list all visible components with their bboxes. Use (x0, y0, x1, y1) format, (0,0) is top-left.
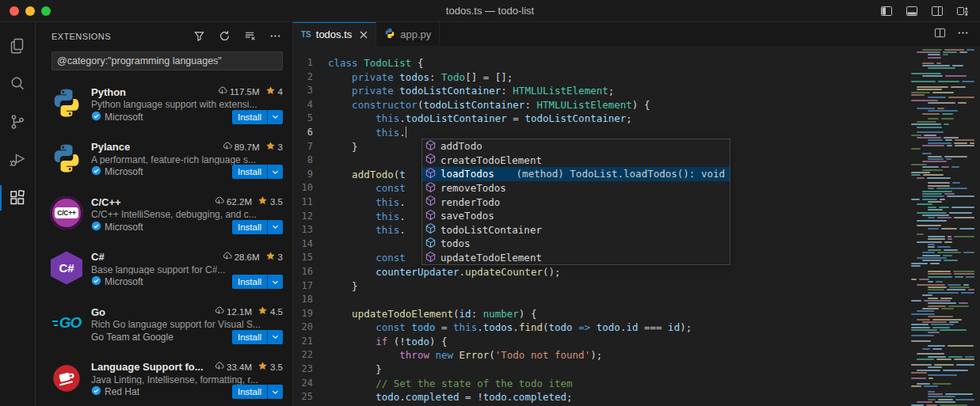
editor-more-actions-icon[interactable] (957, 27, 969, 42)
extension-name: Pylance (91, 141, 130, 153)
refresh-icon[interactable] (216, 28, 232, 44)
tab-bar: TS todos.ts app.py (293, 22, 980, 46)
filter-icon[interactable] (191, 28, 207, 44)
go-logo-icon: GO (50, 306, 83, 340)
suggest-item[interactable]: todoListContainer (422, 223, 730, 237)
suggest-item[interactable]: renderTodo (422, 195, 730, 209)
window-controls (0, 6, 51, 16)
publisher-name: Microsoft (105, 112, 143, 123)
extension-description: Rich Go language support for Visual S... (91, 319, 283, 330)
python-logo-icon (50, 142, 83, 175)
suggest-label: removeTodos (440, 182, 506, 194)
install-label[interactable]: Install (232, 275, 267, 289)
extension-stats: 28.6M3 (217, 250, 283, 264)
code-line: 25 todo.completed = !todo.completed; (293, 390, 980, 404)
extension-list-item[interactable]: Pylance89.7M3A performant, feature-rich … (36, 132, 292, 188)
extension-list-item[interactable]: C#C#28.6M3Base language support for C#..… (36, 242, 292, 298)
symbol-method-icon (425, 251, 437, 265)
code-line: 18 (293, 293, 980, 307)
suggest-item[interactable]: saveTodos (422, 209, 730, 223)
install-button[interactable]: Install (232, 385, 283, 399)
more-actions-icon[interactable] (267, 28, 283, 44)
suggest-item[interactable]: updateTodoElement (422, 251, 730, 265)
suggest-item[interactable]: addTodo (422, 139, 730, 154)
install-label[interactable]: Install (232, 220, 267, 234)
extension-list-item[interactable]: GOGo12.1M4.5Rich Go language support for… (36, 297, 292, 352)
code-line: 17 } (293, 279, 980, 294)
suggest-item[interactable]: loadTodos(method) TodoList.loadTodos(): … (422, 167, 730, 181)
suggest-item[interactable]: createTodoElement (422, 154, 730, 168)
extension-publisher: Red Hat (91, 385, 139, 398)
download-count-icon (217, 85, 227, 99)
activity-explorer-icon[interactable] (0, 27, 36, 65)
tab-todos-ts[interactable]: TS todos.ts (293, 22, 376, 46)
install-label[interactable]: Install (232, 165, 267, 179)
suggest-detail: (method) TodoList.loadTodos(): void (517, 168, 725, 180)
zoom-window-button[interactable] (41, 6, 51, 16)
rating-star-icon (257, 360, 268, 374)
extension-name: Python (91, 86, 126, 98)
activity-run-debug-icon[interactable] (0, 141, 36, 179)
install-dropdown-chevron-icon[interactable] (267, 330, 283, 344)
minimize-window-button[interactable] (25, 6, 35, 16)
install-button[interactable]: Install (232, 110, 283, 124)
suggest-item[interactable]: removeTodos (422, 181, 730, 195)
extension-description: Base language support for C#... (91, 264, 283, 275)
close-tab-icon[interactable] (360, 31, 368, 39)
extension-publisher: Go Team at Google (91, 332, 174, 343)
clear-search-results-icon[interactable] (242, 28, 257, 44)
activity-search-icon[interactable] (0, 65, 36, 103)
install-button[interactable]: Install (232, 220, 283, 234)
suggest-label: todoListContainer (440, 224, 542, 236)
split-editor-icon[interactable] (934, 27, 946, 42)
download-count-icon (222, 250, 232, 264)
install-dropdown-chevron-icon[interactable] (267, 220, 283, 234)
install-button[interactable]: Install (232, 330, 283, 344)
activity-extensions-icon[interactable] (0, 179, 36, 217)
toggle-primary-sidebar-icon[interactable] (880, 5, 893, 17)
extension-list-item[interactable]: Python117.5M4Python language support wit… (36, 77, 292, 132)
extension-description: Java Linting, Intellisense, formatting, … (91, 374, 283, 385)
install-dropdown-chevron-icon[interactable] (267, 385, 283, 399)
install-label[interactable]: Install (232, 330, 267, 344)
line-number: 9 (293, 168, 328, 182)
install-label[interactable]: Install (232, 110, 267, 124)
extension-publisher: Microsoft (91, 165, 143, 178)
install-dropdown-chevron-icon[interactable] (267, 110, 283, 124)
code-line: 22 throw new Error('Todo not found'); (293, 348, 980, 362)
symbol-field-icon (425, 237, 437, 251)
window-title: todos.ts — todo-list (0, 5, 980, 17)
symbol-method-icon (425, 139, 437, 154)
install-dropdown-chevron-icon[interactable] (267, 165, 283, 179)
line-number: 5 (293, 112, 328, 126)
symbol-method-icon (425, 209, 437, 223)
download-count-icon (222, 140, 232, 154)
symbol-method-icon (425, 167, 437, 181)
toggle-panel-icon[interactable] (906, 5, 918, 17)
extension-icon (48, 85, 85, 124)
activity-source-control-icon[interactable] (0, 103, 36, 141)
install-label[interactable]: Install (232, 385, 267, 399)
extension-icon: C/C++ (48, 195, 85, 234)
line-number: 20 (293, 321, 328, 335)
extension-list-item[interactable]: C/C++C/C++62.2M3.5C/C++ IntelliSense, de… (36, 187, 292, 242)
customize-layout-icon[interactable] (956, 5, 969, 17)
close-window-button[interactable] (10, 6, 19, 16)
code-line: 21 if (!todo) { (293, 335, 980, 349)
install-button[interactable]: Install (232, 165, 283, 179)
cpp-logo-icon: C/C++ (50, 196, 83, 230)
toggle-secondary-sidebar-icon[interactable] (931, 5, 944, 17)
extensions-search-input[interactable] (51, 51, 283, 70)
minimap[interactable] (903, 46, 980, 406)
code-line: 16 counterUpdater.updateCounter(); (293, 265, 980, 279)
tab-app-py[interactable]: app.py (376, 22, 440, 46)
code-line: 24 // Set the state of the todo item (293, 377, 980, 391)
extension-list-item[interactable]: Language Support fo...33.4M3.5Java Linti… (36, 352, 292, 406)
extensions-list: Python117.5M4Python language support wit… (36, 77, 292, 406)
suggest-item[interactable]: todos (422, 237, 730, 251)
install-button[interactable]: Install (232, 275, 283, 289)
line-number: 7 (293, 140, 328, 154)
line-number: 17 (293, 279, 328, 294)
install-dropdown-chevron-icon[interactable] (267, 275, 283, 289)
line-number: 21 (293, 335, 328, 349)
